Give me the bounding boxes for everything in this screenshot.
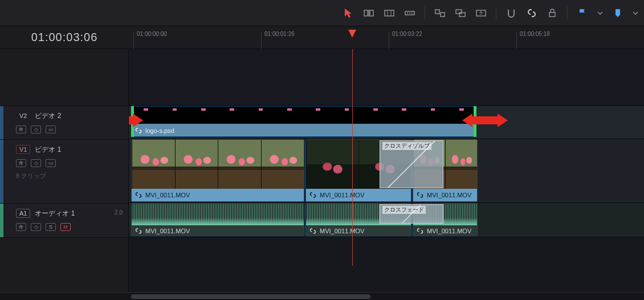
playhead-line — [352, 49, 353, 266]
lock-icon[interactable]: ⟰ — [16, 223, 26, 231]
transition-video[interactable]: クロスディゾルブ — [380, 140, 443, 188]
annotation-arrow-left — [129, 116, 143, 124]
clip-filename: MVI_0011.MOV — [320, 192, 364, 198]
svg-rect-2 — [385, 10, 394, 16]
track-v2[interactable]: logo-s.psd — [129, 106, 644, 139]
clip-filename: MVI_0011.MOV — [145, 192, 190, 198]
ruler-tick: 01:00:01:26 — [264, 31, 295, 37]
lock-icon[interactable] — [547, 7, 558, 19]
snap-icon[interactable] — [506, 7, 517, 19]
transition-audio[interactable]: クロスフェード — [380, 204, 443, 224]
track-header-v2[interactable]: V2 ビデオ 2 ⟰ ◇ ▭ — [0, 106, 128, 140]
fit-icon[interactable] — [475, 7, 487, 19]
ruler-tick: 01:00:05:18 — [520, 31, 550, 37]
svg-rect-1 — [370, 10, 373, 16]
marker-icon[interactable] — [612, 7, 623, 19]
link-icon — [135, 228, 142, 234]
clip-audio[interactable]: MVI_0011.MOV — [131, 203, 304, 236]
auto-select-icon[interactable]: ◇ — [31, 125, 41, 133]
ruler-tick: 01:00:03:22 — [392, 31, 422, 37]
timeline-ruler[interactable]: 01:00:00:0001:00:01:2601:00:03:2201:00:0… — [129, 26, 644, 48]
lock-icon[interactable]: ⟰ — [16, 125, 26, 133]
svg-rect-9 — [456, 10, 462, 14]
svg-rect-0 — [364, 10, 368, 16]
track-header-v1[interactable]: V1 ビデオ 1 ⟰ ◇ ▭ 8 クリップ — [0, 140, 128, 204]
insert-icon[interactable] — [363, 7, 374, 19]
spacer-header — [0, 238, 128, 300]
svg-rect-8 — [441, 13, 445, 17]
track-name-v2: ビデオ 2 — [35, 111, 61, 121]
marker-dropdown-icon[interactable] — [633, 7, 638, 19]
scrollbar-thumb[interactable] — [131, 294, 370, 299]
thumbnail-icon[interactable]: ▭ — [46, 125, 56, 133]
clip-filename: MVI_0011.MOV — [427, 192, 471, 198]
blank-track — [129, 49, 644, 106]
link-icon — [135, 192, 142, 198]
flag-icon[interactable] — [577, 7, 588, 19]
timecode-row: 01:00:03:06 01:00:00:0001:00:01:2601:00:… — [0, 26, 644, 49]
track-name-v1: ビデオ 1 — [35, 145, 61, 155]
link-icon — [417, 228, 423, 234]
horizontal-scrollbar[interactable] — [0, 292, 644, 300]
transition-label: クロスフェード — [382, 206, 426, 214]
replace-icon[interactable] — [455, 7, 466, 19]
track-tag-v1[interactable]: V1 — [16, 145, 30, 154]
track-a1[interactable]: MVI_0011.MOVMVI_0011.MOVMVI_0011.MOVクロスフ… — [129, 203, 644, 237]
clip-filename: MVI_0011.MOV — [320, 228, 364, 234]
thumbnail-icon[interactable]: ▭ — [46, 159, 56, 167]
auto-select-icon[interactable]: ◇ — [31, 159, 41, 167]
clip-image[interactable]: logo-s.psd — [131, 106, 476, 137]
track-tag-v2[interactable]: V2 — [16, 111, 30, 120]
spacer-track — [129, 237, 644, 292]
svg-point-4 — [407, 13, 408, 14]
svg-point-5 — [409, 13, 410, 14]
ripple-icon[interactable] — [434, 7, 446, 19]
append-icon[interactable] — [404, 7, 415, 19]
playhead-icon[interactable] — [348, 30, 356, 38]
track-header-a1[interactable]: 2.0 A1 オーディオ 1 ⟰ ◇ S M — [0, 204, 128, 238]
transition-label: クロスディゾルブ — [382, 142, 431, 150]
clip-filename: MVI_0011.MOV — [145, 228, 190, 234]
audio-level: 2.0 — [115, 209, 123, 216]
mute-button[interactable]: M — [60, 223, 71, 231]
timeline-tracks-area[interactable]: logo-s.psdMVI_0011.MOVMVI_0011.MOVMVI_00… — [129, 49, 644, 292]
clip-filename: MVI_0011.MOV — [427, 228, 471, 234]
clip-video[interactable]: MVI_0011.MOV — [131, 139, 304, 202]
blank-header — [0, 49, 128, 106]
track-name-a1: オーディオ 1 — [35, 209, 75, 218]
track-headers-sidebar: V2 ビデオ 2 ⟰ ◇ ▭ V1 ビデオ 1 ⟰ ◇ ▭ 8 クリップ — [0, 49, 129, 292]
svg-rect-7 — [435, 10, 439, 14]
link-icon — [309, 192, 316, 198]
link-icon — [309, 228, 316, 234]
timeline-toolbar — [0, 0, 644, 26]
svg-rect-12 — [549, 13, 555, 17]
track-tag-a1[interactable]: A1 — [16, 209, 30, 218]
auto-select-icon[interactable]: ◇ — [31, 223, 41, 231]
overwrite-icon[interactable] — [384, 7, 395, 19]
solo-button[interactable]: S — [46, 223, 56, 231]
select-tool-icon[interactable] — [343, 7, 354, 19]
clip-count: 8 クリップ — [16, 172, 128, 180]
ruler-tick: 01:00:00:00 — [137, 31, 167, 37]
svg-point-6 — [411, 13, 413, 14]
annotation-arrow-right — [462, 116, 508, 124]
link-icon — [135, 127, 142, 134]
current-timecode: 01:00:03:06 — [0, 31, 129, 44]
clip-filename: logo-s.psd — [145, 127, 174, 134]
track-v1[interactable]: MVI_0011.MOVMVI_0011.MOVMVI_0011.MOVクロスデ… — [129, 139, 644, 203]
svg-rect-10 — [459, 13, 465, 17]
link-icon[interactable] — [526, 7, 537, 19]
link-icon — [417, 192, 423, 198]
lock-icon[interactable]: ⟰ — [16, 159, 26, 167]
flag-dropdown-icon[interactable] — [597, 7, 603, 19]
